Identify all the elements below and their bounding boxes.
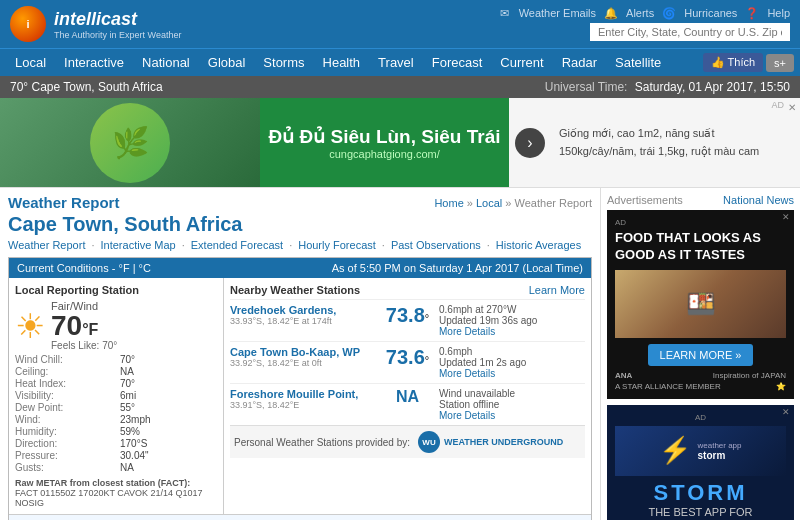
ad-center[interactable]: Đủ Đủ Siêu Lùn, Siêu Trái cungcaphatgion… (260, 98, 509, 188)
ad-close-btn[interactable]: ✕ (788, 102, 796, 113)
facebook-button[interactable]: 👍 Thích (703, 53, 763, 72)
sun-icon: ☀ (15, 306, 45, 346)
gusts-val: NA (120, 462, 217, 473)
ad-right: Giống mới, cao 1m2, năng suất 150kg/cây/… (551, 117, 800, 168)
header: i intellicast The Authority in Expert We… (0, 0, 800, 48)
station-1-coords: 33.93°S, 18.42°E at 174ft (230, 316, 376, 326)
station-2-coords: 33.92°S, 18.42°E at 0ft (230, 358, 376, 368)
current-location: 70° Cape Town, South Africa (10, 80, 163, 94)
gusts-label: Gusts: (15, 462, 112, 473)
ceil-label: Ceiling: (15, 366, 112, 377)
link-weather-report[interactable]: Weather Report (8, 239, 85, 251)
pws-label: Personal Weather Stations provided by: (234, 437, 410, 448)
hurricanes-link[interactable]: Hurricanes (684, 7, 737, 20)
station-3-temp-col: NA (380, 388, 435, 406)
nav-forecast[interactable]: Forecast (423, 49, 492, 76)
station-2-more[interactable]: More Details (439, 368, 495, 379)
station-3-name-col: Foreshore Mouille Point, 33.91°S, 18.42°… (230, 388, 376, 410)
fb-thumb-icon: 👍 (711, 56, 725, 68)
header-links: ✉ Weather Emails 🔔 Alerts 🌀 Hurricanes ❓… (500, 7, 790, 20)
station-2-name[interactable]: Cape Town Bo-Kaap, WP (230, 346, 360, 358)
station-2-name-col: Cape Town Bo-Kaap, WP 33.92°S, 18.42°E a… (230, 346, 376, 368)
breadcrumb-local[interactable]: Local (476, 197, 502, 209)
station-2-info: 0.6mph Updated 1m 2s ago More Details (439, 346, 585, 379)
ad-storm: ✕ AD ⚡ weather app storm STORM THE BEST … (607, 405, 794, 520)
ads-label: Advertisements (607, 194, 683, 206)
link-historic-averages[interactable]: Historic Averages (496, 239, 581, 251)
station-3-name[interactable]: Foreshore Mouille Point, (230, 388, 358, 400)
food-headline: FOOD THAT LOOKS AS GOOD AS IT TASTES (615, 230, 786, 264)
email-icon: ✉ (500, 7, 509, 20)
weather-details-grid: Wind Chill: 70° Ceiling: NA Heat Index: … (15, 354, 217, 473)
wc-val: 70° (120, 354, 217, 365)
ad-arrow[interactable]: › (515, 128, 545, 158)
station-row-1: Vredehoek Gardens, 33.93°S, 18.42°E at 1… (230, 299, 585, 341)
page-report-title: Weather Report (8, 194, 119, 211)
station-1-name-col: Vredehoek Gardens, 33.93°S, 18.42°E at 1… (230, 304, 376, 326)
breadcrumb: Home » Local » Weather Report (434, 197, 592, 209)
station-2-temp: 73.6 (386, 346, 425, 368)
main-area: Weather Report Home » Local » Weather Re… (0, 188, 800, 520)
station-2-unit: ° (425, 354, 429, 366)
share-button[interactable]: s+ (766, 54, 794, 72)
nav-travel[interactable]: Travel (369, 49, 423, 76)
breadcrumb-row: Weather Report Home » Local » Weather Re… (8, 194, 592, 211)
learn-more-link[interactable]: Learn More (529, 284, 585, 296)
help-link[interactable]: Help (767, 7, 790, 20)
storm-img-area: ⚡ weather app storm (615, 426, 786, 476)
nav-interactive[interactable]: Interactive (55, 49, 133, 76)
search-input[interactable] (590, 23, 790, 41)
link-extended-forecast[interactable]: Extended Forecast (191, 239, 283, 251)
food-learn-btn[interactable]: LEARN MORE » (648, 344, 754, 366)
ad-close-2[interactable]: ✕ (782, 407, 790, 417)
station-1-name[interactable]: Vredehoek Gardens, (230, 304, 336, 316)
nav-national[interactable]: National (133, 49, 199, 76)
conditions-box: Current Conditions - °F | °C As of 5:50 … (8, 257, 592, 520)
nav-satellite[interactable]: Satellite (606, 49, 670, 76)
station-3-info: Wind unavailable Station offline More De… (439, 388, 585, 421)
metar-value: FACT 011550Z 17020KT CAVOK 21/14 Q1017 N… (15, 488, 217, 508)
ad-banner: 🌿 Đủ Đủ Siêu Lùn, Siêu Trái cungcaphatgi… (0, 98, 800, 188)
station-3-more[interactable]: More Details (439, 410, 495, 421)
metar-label: Raw METAR from closest station (FACT): (15, 478, 217, 488)
nav-global[interactable]: Global (199, 49, 255, 76)
ad-image-left: 🌿 (0, 98, 260, 188)
nav-storms[interactable]: Storms (254, 49, 313, 76)
metar-section: Raw METAR from closest station (FACT): F… (15, 478, 217, 508)
nav-radar[interactable]: Radar (553, 49, 606, 76)
station-3-coords: 33.91°S, 18.42°E (230, 400, 376, 410)
ad-close-1[interactable]: ✕ (782, 212, 790, 222)
food-sponsor: ANA Inspiration of JAPAN A STAR ALLIANCE… (615, 371, 786, 391)
page-title: Cape Town, South Africa (8, 213, 592, 236)
universal-time: Universal Time: Saturday, 01 Apr 2017, 1… (545, 80, 790, 94)
station-1-temp: 73.8 (386, 304, 425, 326)
hum-val: 59% (120, 426, 217, 437)
weather-emails-link[interactable]: Weather Emails (519, 7, 596, 20)
hi-label: Heat Index: (15, 378, 112, 389)
wu-logo: WU WEATHER UNDERGROUND (418, 431, 563, 453)
alerts-link[interactable]: Alerts (626, 7, 654, 20)
station-1-info: 0.6mph at 270°W Updated 19m 36s ago More… (439, 304, 585, 337)
lightning-icon: ⚡ (659, 435, 691, 466)
nearby-stations: Nearby Weather Stations Learn More Vrede… (224, 278, 591, 514)
link-past-observations[interactable]: Past Observations (391, 239, 481, 251)
ad-food: ✕ AD FOOD THAT LOOKS AS GOOD AS IT TASTE… (607, 210, 794, 399)
nav-social: 👍 Thích s+ (703, 53, 794, 72)
station-1-more[interactable]: More Details (439, 326, 495, 337)
ad-main-text: Đủ Đủ Siêu Lùn, Siêu Trái (269, 125, 501, 148)
station-2-temp-col: 73.6° (380, 346, 435, 369)
logo-area: i intellicast The Authority in Expert We… (10, 6, 181, 42)
link-hourly-forecast[interactable]: Hourly Forecast (298, 239, 376, 251)
nav-health[interactable]: Health (314, 49, 370, 76)
nav-current[interactable]: Current (491, 49, 552, 76)
logo-tagline: The Authority in Expert Weather (54, 30, 181, 40)
sidebar-header: Advertisements National News (607, 194, 794, 206)
conditions-body: Local Reporting Station ☀ Fair/Wind 70°F… (9, 278, 591, 514)
link-interactive-map[interactable]: Interactive Map (101, 239, 176, 251)
nav-local[interactable]: Local (6, 49, 55, 76)
ceil-val: NA (120, 366, 217, 377)
food-img: 🍱 (615, 270, 786, 338)
breadcrumb-home[interactable]: Home (434, 197, 463, 209)
temp-display: 70°F (51, 312, 117, 340)
nat-news-link[interactable]: National News (723, 194, 794, 206)
